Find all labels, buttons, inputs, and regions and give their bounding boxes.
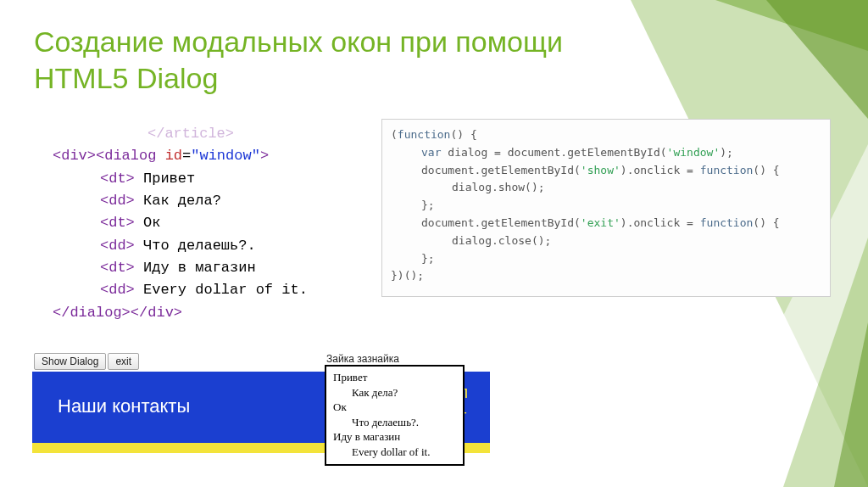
preview-dd: Как дела? bbox=[352, 385, 456, 400]
code-text: Every dollar of it. bbox=[135, 282, 308, 298]
code-text: }; bbox=[421, 199, 435, 211]
code-text: "window" bbox=[191, 148, 260, 164]
code-text: function bbox=[398, 128, 451, 141]
code-text: Ок bbox=[135, 215, 161, 231]
code-text: = bbox=[182, 148, 191, 164]
code-text: () { bbox=[753, 216, 779, 229]
caption-text: Зайка зазнайка bbox=[326, 353, 399, 365]
code-text: dialog.close(); bbox=[452, 234, 551, 247]
code-text: () { bbox=[753, 164, 779, 176]
code-text: <dd> bbox=[100, 238, 135, 254]
demo-buttons-row: Show Dialog exit bbox=[34, 353, 139, 370]
code-text: var bbox=[421, 146, 441, 159]
code-text: Что делаешь?. bbox=[135, 238, 256, 254]
code-text: ).onclick = bbox=[620, 164, 700, 176]
code-text: <div> bbox=[53, 148, 96, 164]
code-text: <dt> bbox=[100, 260, 135, 276]
title-line-1: Создание модальных окон при помощи bbox=[34, 25, 563, 58]
code-text: Привет bbox=[135, 171, 195, 187]
html-code-block: </article> <div><dialog id="window"> <dt… bbox=[53, 123, 308, 324]
code-text: ( bbox=[391, 128, 398, 141]
code-text: Иду в магазин bbox=[135, 260, 256, 276]
code-text: Как дела? bbox=[135, 193, 221, 209]
preview-dt: Иду в магазин bbox=[333, 429, 456, 445]
code-text: <dialog bbox=[96, 148, 156, 164]
code-text: > bbox=[260, 148, 269, 164]
code-text: <dt> bbox=[100, 215, 135, 231]
code-text: 'exit' bbox=[581, 216, 620, 229]
code-text: function bbox=[700, 164, 754, 176]
preview-dd: Что делаешь?. bbox=[352, 415, 456, 430]
preview-dt: Привет bbox=[333, 370, 456, 385]
slide-title: Создание модальных окон при помощи HTML5… bbox=[34, 24, 563, 96]
code-text: ); bbox=[720, 146, 733, 159]
code-text: <dt> bbox=[100, 171, 135, 187]
code-text: () { bbox=[450, 128, 476, 141]
code-text: document.getElementById( bbox=[421, 164, 581, 176]
code-text: dialog = document.getElementById( bbox=[441, 146, 666, 159]
js-code-block: (function() { var dialog = document.getE… bbox=[381, 119, 831, 297]
code-text: id bbox=[156, 148, 182, 164]
code-text: </dialog> bbox=[53, 305, 131, 321]
code-text: function bbox=[700, 216, 754, 229]
code-text: <dd> bbox=[100, 193, 135, 209]
preview-dd: Every dollar of it. bbox=[352, 445, 456, 460]
dialog-preview: Привет Как дела? Ок Что делаешь?. Иду в … bbox=[325, 365, 465, 466]
title-line-2: HTML5 Dialog bbox=[34, 62, 218, 94]
preview-dt: Ок bbox=[333, 400, 456, 415]
code-text: </div> bbox=[131, 305, 182, 321]
code-text: </article> bbox=[147, 126, 234, 142]
code-text: ).onclick = bbox=[620, 216, 700, 229]
code-text: document.getElementById( bbox=[421, 216, 581, 229]
code-text: }; bbox=[421, 252, 435, 265]
code-text: 'window' bbox=[667, 146, 721, 159]
code-text: 'show' bbox=[581, 164, 620, 176]
code-text: })(); bbox=[391, 269, 424, 282]
code-text: dialog.show(); bbox=[452, 181, 545, 193]
exit-button[interactable]: exit bbox=[108, 353, 139, 370]
banner-text: Наши контакты bbox=[58, 395, 190, 417]
code-text: <dd> bbox=[100, 282, 135, 298]
show-dialog-button[interactable]: Show Dialog bbox=[34, 353, 106, 370]
